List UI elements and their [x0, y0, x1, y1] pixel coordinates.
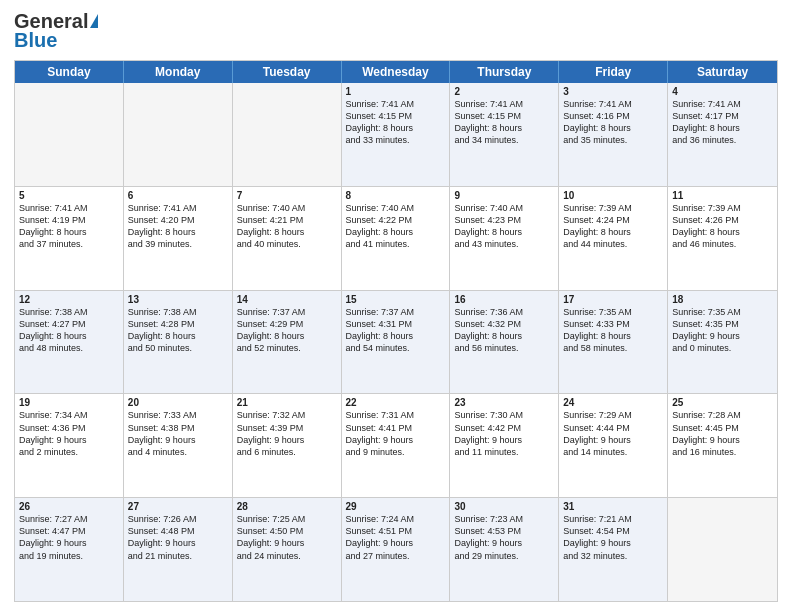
calendar-cell-day-23: 23Sunrise: 7:30 AM Sunset: 4:42 PM Dayli… [450, 394, 559, 497]
calendar-body: 1Sunrise: 7:41 AM Sunset: 4:15 PM Daylig… [15, 83, 777, 601]
calendar-cell-day-20: 20Sunrise: 7:33 AM Sunset: 4:38 PM Dayli… [124, 394, 233, 497]
calendar-cell-day-4: 4Sunrise: 7:41 AM Sunset: 4:17 PM Daylig… [668, 83, 777, 186]
calendar-cell-day-15: 15Sunrise: 7:37 AM Sunset: 4:31 PM Dayli… [342, 291, 451, 394]
cell-text: Sunrise: 7:23 AM Sunset: 4:53 PM Dayligh… [454, 513, 554, 562]
calendar-header-row: SundayMondayTuesdayWednesdayThursdayFrid… [15, 61, 777, 83]
day-number: 24 [563, 397, 663, 408]
day-number: 22 [346, 397, 446, 408]
day-number: 13 [128, 294, 228, 305]
cell-text: Sunrise: 7:35 AM Sunset: 4:33 PM Dayligh… [563, 306, 663, 355]
cell-text: Sunrise: 7:25 AM Sunset: 4:50 PM Dayligh… [237, 513, 337, 562]
cell-text: Sunrise: 7:37 AM Sunset: 4:31 PM Dayligh… [346, 306, 446, 355]
calendar-cell-day-6: 6Sunrise: 7:41 AM Sunset: 4:20 PM Daylig… [124, 187, 233, 290]
day-number: 21 [237, 397, 337, 408]
cell-text: Sunrise: 7:40 AM Sunset: 4:21 PM Dayligh… [237, 202, 337, 251]
header-cell-monday: Monday [124, 61, 233, 83]
cell-text: Sunrise: 7:28 AM Sunset: 4:45 PM Dayligh… [672, 409, 773, 458]
calendar-cell-day-26: 26Sunrise: 7:27 AM Sunset: 4:47 PM Dayli… [15, 498, 124, 601]
day-number: 15 [346, 294, 446, 305]
calendar-cell-day-30: 30Sunrise: 7:23 AM Sunset: 4:53 PM Dayli… [450, 498, 559, 601]
calendar-cell-day-12: 12Sunrise: 7:38 AM Sunset: 4:27 PM Dayli… [15, 291, 124, 394]
cell-text: Sunrise: 7:39 AM Sunset: 4:24 PM Dayligh… [563, 202, 663, 251]
header: General Blue [14, 10, 778, 52]
calendar-cell-day-22: 22Sunrise: 7:31 AM Sunset: 4:41 PM Dayli… [342, 394, 451, 497]
calendar-row-2: 12Sunrise: 7:38 AM Sunset: 4:27 PM Dayli… [15, 290, 777, 394]
calendar-row-3: 19Sunrise: 7:34 AM Sunset: 4:36 PM Dayli… [15, 393, 777, 497]
calendar-cell-day-24: 24Sunrise: 7:29 AM Sunset: 4:44 PM Dayli… [559, 394, 668, 497]
cell-text: Sunrise: 7:30 AM Sunset: 4:42 PM Dayligh… [454, 409, 554, 458]
cell-text: Sunrise: 7:40 AM Sunset: 4:22 PM Dayligh… [346, 202, 446, 251]
header-cell-saturday: Saturday [668, 61, 777, 83]
calendar-cell-day-10: 10Sunrise: 7:39 AM Sunset: 4:24 PM Dayli… [559, 187, 668, 290]
calendar: SundayMondayTuesdayWednesdayThursdayFrid… [14, 60, 778, 602]
cell-text: Sunrise: 7:33 AM Sunset: 4:38 PM Dayligh… [128, 409, 228, 458]
cell-text: Sunrise: 7:39 AM Sunset: 4:26 PM Dayligh… [672, 202, 773, 251]
cell-text: Sunrise: 7:31 AM Sunset: 4:41 PM Dayligh… [346, 409, 446, 458]
cell-text: Sunrise: 7:38 AM Sunset: 4:27 PM Dayligh… [19, 306, 119, 355]
day-number: 12 [19, 294, 119, 305]
cell-text: Sunrise: 7:34 AM Sunset: 4:36 PM Dayligh… [19, 409, 119, 458]
header-cell-wednesday: Wednesday [342, 61, 451, 83]
calendar-cell-day-2: 2Sunrise: 7:41 AM Sunset: 4:15 PM Daylig… [450, 83, 559, 186]
day-number: 1 [346, 86, 446, 97]
cell-text: Sunrise: 7:29 AM Sunset: 4:44 PM Dayligh… [563, 409, 663, 458]
day-number: 29 [346, 501, 446, 512]
day-number: 30 [454, 501, 554, 512]
day-number: 20 [128, 397, 228, 408]
header-cell-thursday: Thursday [450, 61, 559, 83]
calendar-cell-day-21: 21Sunrise: 7:32 AM Sunset: 4:39 PM Dayli… [233, 394, 342, 497]
day-number: 5 [19, 190, 119, 201]
calendar-cell-day-11: 11Sunrise: 7:39 AM Sunset: 4:26 PM Dayli… [668, 187, 777, 290]
day-number: 7 [237, 190, 337, 201]
cell-text: Sunrise: 7:26 AM Sunset: 4:48 PM Dayligh… [128, 513, 228, 562]
logo: General Blue [14, 10, 98, 52]
calendar-cell-empty-0-2 [233, 83, 342, 186]
day-number: 18 [672, 294, 773, 305]
cell-text: Sunrise: 7:32 AM Sunset: 4:39 PM Dayligh… [237, 409, 337, 458]
calendar-cell-day-3: 3Sunrise: 7:41 AM Sunset: 4:16 PM Daylig… [559, 83, 668, 186]
day-number: 31 [563, 501, 663, 512]
day-number: 19 [19, 397, 119, 408]
header-cell-friday: Friday [559, 61, 668, 83]
calendar-cell-day-27: 27Sunrise: 7:26 AM Sunset: 4:48 PM Dayli… [124, 498, 233, 601]
calendar-cell-day-5: 5Sunrise: 7:41 AM Sunset: 4:19 PM Daylig… [15, 187, 124, 290]
cell-text: Sunrise: 7:37 AM Sunset: 4:29 PM Dayligh… [237, 306, 337, 355]
calendar-row-4: 26Sunrise: 7:27 AM Sunset: 4:47 PM Dayli… [15, 497, 777, 601]
cell-text: Sunrise: 7:27 AM Sunset: 4:47 PM Dayligh… [19, 513, 119, 562]
day-number: 23 [454, 397, 554, 408]
calendar-cell-day-8: 8Sunrise: 7:40 AM Sunset: 4:22 PM Daylig… [342, 187, 451, 290]
cell-text: Sunrise: 7:24 AM Sunset: 4:51 PM Dayligh… [346, 513, 446, 562]
calendar-cell-day-28: 28Sunrise: 7:25 AM Sunset: 4:50 PM Dayli… [233, 498, 342, 601]
day-number: 17 [563, 294, 663, 305]
calendar-cell-empty-4-6 [668, 498, 777, 601]
day-number: 8 [346, 190, 446, 201]
cell-text: Sunrise: 7:40 AM Sunset: 4:23 PM Dayligh… [454, 202, 554, 251]
page: General Blue SundayMondayTuesdayWednesda… [0, 0, 792, 612]
logo-blue: Blue [14, 29, 57, 52]
day-number: 25 [672, 397, 773, 408]
calendar-cell-day-31: 31Sunrise: 7:21 AM Sunset: 4:54 PM Dayli… [559, 498, 668, 601]
calendar-cell-day-14: 14Sunrise: 7:37 AM Sunset: 4:29 PM Dayli… [233, 291, 342, 394]
day-number: 9 [454, 190, 554, 201]
day-number: 28 [237, 501, 337, 512]
day-number: 6 [128, 190, 228, 201]
calendar-cell-day-7: 7Sunrise: 7:40 AM Sunset: 4:21 PM Daylig… [233, 187, 342, 290]
cell-text: Sunrise: 7:41 AM Sunset: 4:20 PM Dayligh… [128, 202, 228, 251]
cell-text: Sunrise: 7:41 AM Sunset: 4:15 PM Dayligh… [454, 98, 554, 147]
header-cell-tuesday: Tuesday [233, 61, 342, 83]
calendar-cell-empty-0-0 [15, 83, 124, 186]
cell-text: Sunrise: 7:35 AM Sunset: 4:35 PM Dayligh… [672, 306, 773, 355]
calendar-row-1: 5Sunrise: 7:41 AM Sunset: 4:19 PM Daylig… [15, 186, 777, 290]
cell-text: Sunrise: 7:41 AM Sunset: 4:19 PM Dayligh… [19, 202, 119, 251]
day-number: 4 [672, 86, 773, 97]
cell-text: Sunrise: 7:41 AM Sunset: 4:17 PM Dayligh… [672, 98, 773, 147]
calendar-cell-day-25: 25Sunrise: 7:28 AM Sunset: 4:45 PM Dayli… [668, 394, 777, 497]
cell-text: Sunrise: 7:41 AM Sunset: 4:16 PM Dayligh… [563, 98, 663, 147]
cell-text: Sunrise: 7:36 AM Sunset: 4:32 PM Dayligh… [454, 306, 554, 355]
calendar-cell-day-29: 29Sunrise: 7:24 AM Sunset: 4:51 PM Dayli… [342, 498, 451, 601]
calendar-cell-day-13: 13Sunrise: 7:38 AM Sunset: 4:28 PM Dayli… [124, 291, 233, 394]
header-cell-sunday: Sunday [15, 61, 124, 83]
day-number: 16 [454, 294, 554, 305]
day-number: 10 [563, 190, 663, 201]
calendar-cell-day-9: 9Sunrise: 7:40 AM Sunset: 4:23 PM Daylig… [450, 187, 559, 290]
